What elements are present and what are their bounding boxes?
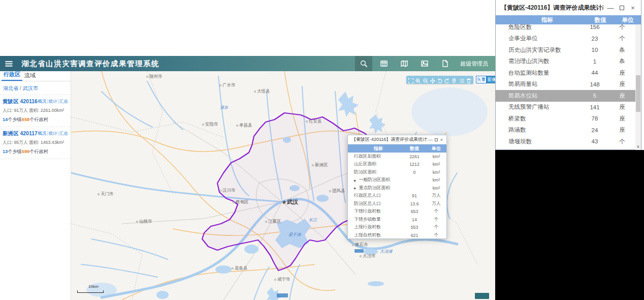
zoom-in-button[interactable]	[415, 77, 421, 83]
row-value: 43	[581, 138, 609, 144]
breadcrumb: 湖北省/武汉市	[0, 81, 71, 95]
user-name[interactable]: 超级管理员	[460, 60, 488, 68]
row-unit: 万人	[426, 201, 446, 207]
district-link[interactable]: 概况	[38, 131, 47, 136]
district-link[interactable]: 统计	[49, 131, 57, 136]
district-name[interactable]: 新洲区 420117	[3, 130, 38, 137]
search-button[interactable]	[355, 56, 372, 71]
table-row[interactable]: 下辖乡镇数量14个	[348, 216, 446, 224]
link-separator: |	[47, 99, 48, 104]
row-value: 148	[581, 81, 609, 87]
toolbar-icon-group	[353, 56, 455, 71]
district-link[interactable]: 汇总	[59, 131, 68, 136]
row-value: 621	[403, 233, 426, 238]
menu-button[interactable]	[0, 56, 17, 71]
towns-count: 14	[3, 117, 8, 122]
map-application: 湖北省山洪灾害调查评价成果管理系统 超级管理员 行政区流域 湖北省/武汉市 黄陂…	[0, 0, 495, 300]
dialog-table-header: 指标数值单位	[348, 144, 446, 153]
row-label: 上报自然村数	[348, 232, 403, 238]
app-toolbar: 湖北省山洪灾害调查评价成果管理系统 超级管理员	[0, 56, 495, 71]
map-attribution	[475, 293, 489, 299]
row-label: 上报行政村数	[348, 224, 403, 230]
table-row[interactable]: 危险区数156个	[496, 24, 635, 33]
row-unit: 座	[609, 80, 635, 88]
panel-table-body: 危险区数156个企事业单位23个历史山洪灾害记录数10条需治理山洪沟数1条自动监…	[496, 24, 635, 150]
panel-titlebar[interactable]: 【黄陂区-420116】调查评价成果统计表 —×	[496, 0, 641, 15]
table-row[interactable]: 防治区面积0km²	[348, 168, 446, 176]
maximize-icon[interactable]	[433, 137, 439, 142]
table-row[interactable]: 行政区划面积2261km²	[348, 153, 446, 161]
undo-button[interactable]	[437, 77, 443, 83]
sidebar-tab[interactable]: 流域	[22, 71, 38, 81]
row-unit: 座	[609, 103, 635, 111]
panel-scrollbar[interactable]: ∨	[635, 24, 641, 150]
maximize-icon[interactable]	[618, 4, 626, 12]
undo-icon	[437, 77, 443, 83]
close-icon[interactable]: ×	[629, 4, 637, 12]
table-button[interactable]	[375, 56, 393, 71]
row-unit: 条	[609, 57, 635, 65]
table-row[interactable]: 桥梁数78座	[496, 113, 635, 125]
table-row[interactable]: 路涵数24座	[496, 125, 635, 136]
station-label-marker	[355, 249, 364, 253]
towns-suffix: 个乡镇	[8, 117, 22, 122]
table-row[interactable]: 企事业单位23个	[496, 33, 635, 45]
table-row[interactable]: ▶一般防治区面积km²	[348, 176, 446, 185]
table-row[interactable]: 上报自然村数621个	[348, 231, 446, 239]
zoom-out-button[interactable]	[423, 77, 429, 83]
row-value: 156	[581, 24, 609, 30]
district-link[interactable]: 汇总	[59, 99, 68, 104]
chevron-down-icon[interactable]: ∨	[635, 143, 641, 150]
minimize-icon[interactable]: —	[606, 4, 615, 12]
row-label: 企事业单位	[496, 35, 581, 42]
table-row[interactable]: 下辖行政村数653个	[348, 208, 446, 216]
table-row[interactable]: 行政区总人口91万人	[348, 192, 446, 200]
basemap-button[interactable]: 影像	[487, 76, 495, 83]
district-link[interactable]: 概况	[38, 99, 47, 104]
dialog-titlebar[interactable]: 【黄陂区-420116】调查评价成果统计表 —×	[348, 135, 446, 144]
row-value: 78	[581, 115, 609, 122]
row-label: 历史山洪灾害记录数	[496, 46, 581, 54]
row-unit: km²	[426, 186, 446, 191]
image-button[interactable]	[416, 56, 433, 71]
sidebar-tab[interactable]: 行政区	[2, 70, 22, 81]
table-row[interactable]: 简易雨量站148座	[496, 79, 635, 91]
toolbar-right-group: 超级管理员	[353, 56, 495, 71]
map-button[interactable]	[396, 56, 413, 71]
close-icon[interactable]: ×	[439, 137, 444, 142]
table-row[interactable]: 历史山洪灾害记录数10条	[496, 44, 635, 56]
row-unit: 条	[609, 46, 635, 54]
district-counts: 13个乡镇599个行政村	[3, 148, 68, 155]
file-button[interactable]	[436, 56, 454, 71]
table-row[interactable]: 山丘区面积1212km²	[348, 161, 446, 169]
marker-button[interactable]	[451, 77, 457, 83]
redo-button[interactable]	[444, 77, 450, 83]
district-links: 概况|统计|汇总	[38, 99, 68, 105]
breadcrumb-link[interactable]: 湖北省	[3, 85, 18, 91]
extent-button[interactable]	[408, 77, 414, 83]
row-label: 防治区总人口	[348, 201, 403, 207]
district-link[interactable]: 统计	[49, 99, 57, 104]
district-name[interactable]: 黄陂区 420116	[3, 98, 38, 105]
app-title: 湖北省山洪灾害调查评价成果管理系统	[21, 59, 159, 69]
table-row[interactable]: 塘堰坝数43个	[496, 136, 635, 147]
map-canvas[interactable]: 随州市广水市大悟县安陆市孝昌县红安县天门市汉川市仙桃市新洲区团风县蔡甸区★武汉江…	[71, 71, 495, 300]
pan-button[interactable]	[430, 77, 436, 83]
row-unit: 个	[609, 24, 635, 31]
table-row[interactable]: 上报行政村数553个	[348, 224, 446, 232]
list-icon	[459, 77, 465, 83]
row-label: 塘堰坝数	[496, 138, 581, 145]
table-row[interactable]: 简易水位站5座	[496, 90, 635, 102]
table-row[interactable]: 无线预警广播站141座	[496, 102, 635, 113]
minimize-icon[interactable]: —	[428, 137, 433, 142]
column-header: 数值	[586, 16, 615, 24]
table-row[interactable]: 自动监测站数量44座	[496, 67, 635, 79]
table-row[interactable]: ▶重点防治区面积km²	[348, 184, 446, 192]
table-row[interactable]: 防治区总人口13.6万人	[348, 200, 446, 208]
breadcrumb-link[interactable]: 武汉市	[23, 85, 38, 91]
scrollbar-thumb[interactable]	[636, 75, 640, 112]
trash-button[interactable]	[466, 77, 472, 83]
basemap-button[interactable]: 矢量	[476, 76, 487, 83]
table-row[interactable]: 需治理山洪沟数1条	[496, 56, 635, 68]
list-button[interactable]	[459, 77, 465, 83]
